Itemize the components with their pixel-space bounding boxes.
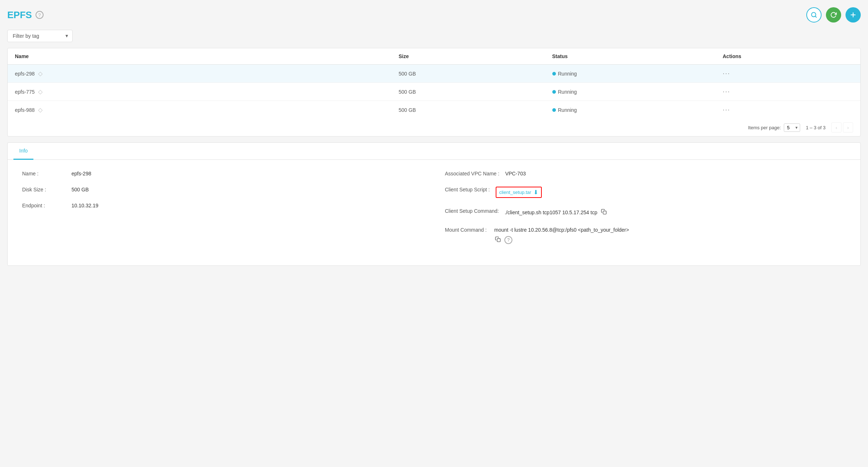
download-icon: ⬇: [533, 189, 538, 196]
epfs-table-card: Name Size Status Actions epfs-298 ◇ 500 …: [7, 48, 861, 137]
info-content: Name : epfs-298 Disk Size : 500 GB Endpo…: [8, 160, 860, 265]
row-status-cell: Running: [545, 65, 716, 83]
page-title: EPFS: [7, 9, 32, 21]
refresh-button[interactable]: [826, 7, 841, 23]
prev-page-button[interactable]: ‹: [831, 122, 842, 133]
table-body: epfs-298 ◇ 500 GB Running ··· epfs-775 ◇…: [8, 65, 860, 119]
actions-menu-button[interactable]: ···: [723, 88, 730, 95]
info-row-mount: Mount Command : mount -t lustre 10.20.56…: [445, 227, 846, 244]
status-dot: [552, 90, 556, 94]
table-header: Name Size Status Actions: [8, 48, 860, 65]
epfs-table: Name Size Status Actions epfs-298 ◇ 500 …: [8, 48, 860, 119]
column-header-name: Name: [8, 48, 392, 65]
endpoint-value: 10.10.32.19: [71, 203, 98, 208]
svg-rect-5: [497, 239, 500, 242]
actions-menu-button[interactable]: ···: [723, 106, 730, 113]
row-size-cell: 500 GB: [392, 101, 545, 119]
row-actions-cell: ···: [716, 101, 861, 119]
info-row-name: Name : epfs-298: [22, 171, 423, 176]
column-header-status: Status: [545, 48, 716, 65]
info-row-client-command: Client Setup Command: ./client_setup.sh …: [445, 208, 846, 217]
info-row-disk-size: Disk Size : 500 GB: [22, 187, 423, 192]
copy-mount-button[interactable]: [494, 236, 501, 244]
tab-info[interactable]: Info: [13, 143, 33, 160]
info-grid: Name : epfs-298 Disk Size : 500 GB Endpo…: [22, 171, 846, 255]
filter-by-tag-select[interactable]: Filter by tag: [7, 30, 73, 42]
per-page-select[interactable]: 5 10 25 50: [784, 123, 800, 132]
row-actions-cell: ···: [716, 83, 861, 101]
info-section-left: Name : epfs-298 Disk Size : 500 GB Endpo…: [22, 171, 423, 255]
tag-icon[interactable]: ◇: [38, 106, 42, 113]
info-row-client-script: Client Setup Script : client_setup.tar ⬇: [445, 187, 846, 198]
row-name-text: epfs-298: [15, 71, 34, 77]
client-script-link[interactable]: client_setup.tar ⬇: [496, 187, 542, 198]
row-size-cell: 500 GB: [392, 83, 545, 101]
info-section-right: Associated VPC Name : VPC-703 Client Set…: [445, 171, 846, 255]
disk-size-value: 500 GB: [71, 187, 89, 192]
table-row[interactable]: epfs-298 ◇ 500 GB Running ···: [8, 65, 860, 83]
items-per-page: Items per page: 5 10 25 50 ▼: [748, 123, 800, 132]
vpc-name-value: VPC-703: [505, 171, 526, 176]
mount-section: mount -t lustre 10.20.56.8@tcp:/pfs0 <pa…: [494, 227, 629, 244]
row-actions-cell: ···: [716, 65, 861, 83]
command-row: ./client_setup.sh tcp1057 10.5.17.254 tc…: [505, 208, 607, 217]
help-mount-button[interactable]: ?: [504, 236, 512, 244]
row-name-cell: epfs-775 ◇: [15, 88, 384, 95]
name-value: epfs-298: [71, 171, 91, 176]
status-text: Running: [558, 71, 577, 77]
row-status-cell: Running: [545, 101, 716, 119]
mount-label: Mount Command :: [445, 227, 488, 233]
info-tabs: Info: [8, 143, 860, 160]
items-per-page-label: Items per page:: [748, 125, 781, 130]
row-name-cell: epfs-298 ◇: [15, 70, 384, 77]
row-name-cell: epfs-988 ◇: [15, 106, 384, 113]
actions-menu-button[interactable]: ···: [723, 70, 730, 77]
tag-icon[interactable]: ◇: [38, 88, 42, 95]
page-header: EPFS ?: [7, 7, 861, 23]
status-text: Running: [558, 107, 577, 113]
info-row-vpc: Associated VPC Name : VPC-703: [445, 171, 846, 176]
header-left: EPFS ?: [7, 9, 44, 21]
per-page-wrapper: 5 10 25 50 ▼: [784, 123, 800, 132]
next-page-button[interactable]: ›: [843, 122, 853, 133]
client-command-value: ./client_setup.sh tcp1057 10.5.17.254 tc…: [505, 210, 597, 215]
row-name-text: epfs-988: [15, 107, 34, 113]
column-header-actions: Actions: [716, 48, 861, 65]
header-right: [806, 7, 861, 23]
help-icon[interactable]: ?: [36, 11, 44, 19]
svg-line-1: [815, 16, 816, 17]
add-button[interactable]: [846, 7, 861, 23]
filter-wrapper: Filter by tag ▼: [7, 30, 73, 42]
mount-value: mount -t lustre 10.20.56.8@tcp:/pfs0 <pa…: [494, 227, 629, 233]
name-label: Name :: [22, 171, 66, 176]
tag-icon[interactable]: ◇: [38, 70, 42, 77]
pagination-range: 1 – 3 of 3: [806, 125, 826, 130]
table-row[interactable]: epfs-775 ◇ 500 GB Running ···: [8, 83, 860, 101]
status-dot: [552, 72, 556, 76]
row-size-cell: 500 GB: [392, 65, 545, 83]
copy-command-button[interactable]: [600, 208, 607, 217]
row-status-cell: Running: [545, 83, 716, 101]
pagination-row: Items per page: 5 10 25 50 ▼ 1 – 3 of 3 …: [8, 119, 860, 136]
mount-actions: ?: [494, 236, 629, 244]
status-dot: [552, 108, 556, 112]
vpc-name-label: Associated VPC Name :: [445, 171, 499, 176]
client-script-label: Client Setup Script :: [445, 187, 490, 192]
svg-rect-4: [603, 211, 606, 214]
page-nav: ‹ ›: [831, 122, 853, 133]
column-header-size: Size: [392, 48, 545, 65]
endpoint-label: Endpoint :: [22, 203, 66, 208]
client-script-filename: client_setup.tar: [499, 190, 531, 195]
info-row-endpoint: Endpoint : 10.10.32.19: [22, 203, 423, 208]
row-name-text: epfs-775: [15, 89, 34, 95]
search-button[interactable]: [806, 7, 822, 23]
status-text: Running: [558, 89, 577, 95]
info-panel: Info Name : epfs-298 Disk Size : 500 GB …: [7, 142, 861, 266]
filter-row: Filter by tag ▼: [7, 30, 861, 42]
disk-size-label: Disk Size :: [22, 187, 66, 192]
table-row[interactable]: epfs-988 ◇ 500 GB Running ···: [8, 101, 860, 119]
client-command-label: Client Setup Command:: [445, 208, 499, 214]
